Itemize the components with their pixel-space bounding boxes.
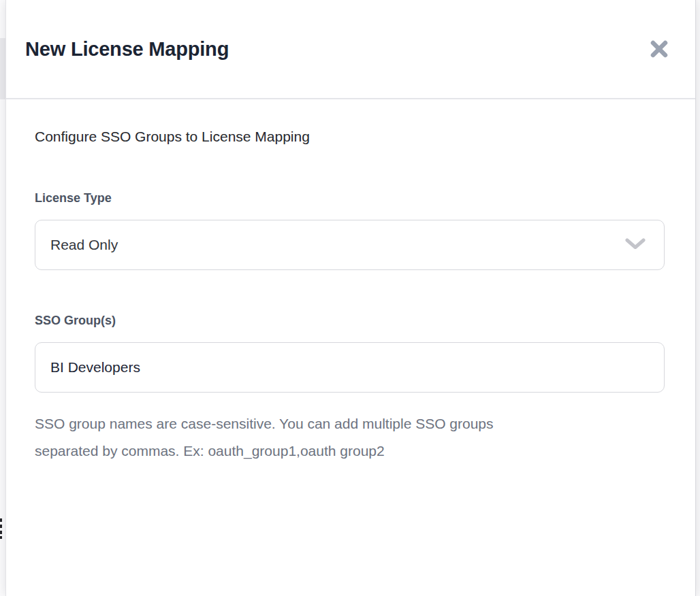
license-type-selected-value: Read Only <box>50 237 118 253</box>
sso-groups-field: SSO Group(s) SSO group names are case-se… <box>35 314 665 465</box>
background-text-fragment <box>0 525 2 528</box>
sso-groups-help-text: SSO group names are case-sensitive. You … <box>35 410 665 465</box>
modal-body: Configure SSO Groups to License Mapping … <box>6 99 695 465</box>
modal-header: New License Mapping <box>6 0 695 99</box>
background-text-fragment <box>0 531 2 534</box>
sso-groups-help-line2: separated by commas. Ex: oauth_group1,oa… <box>35 437 665 465</box>
license-type-field: License Type Read Only <box>35 191 665 270</box>
sso-groups-input[interactable] <box>35 342 665 393</box>
x-icon <box>650 40 668 58</box>
chevron-down-icon <box>625 238 646 252</box>
sso-groups-help-line1: SSO group names are case-sensitive. You … <box>35 410 665 437</box>
page-title: New License Mapping <box>25 38 229 61</box>
license-type-label: License Type <box>35 191 665 205</box>
new-license-mapping-modal: New License Mapping Configure SSO Groups… <box>5 0 696 596</box>
sso-groups-label: SSO Group(s) <box>35 314 665 328</box>
background-text-fragment <box>0 518 2 522</box>
background-header-fragment <box>0 38 5 99</box>
section-heading: Configure SSO Groups to License Mapping <box>35 128 665 146</box>
license-type-select[interactable]: Read Only <box>35 220 665 270</box>
close-button[interactable] <box>650 39 669 59</box>
background-text-fragment <box>0 536 2 539</box>
